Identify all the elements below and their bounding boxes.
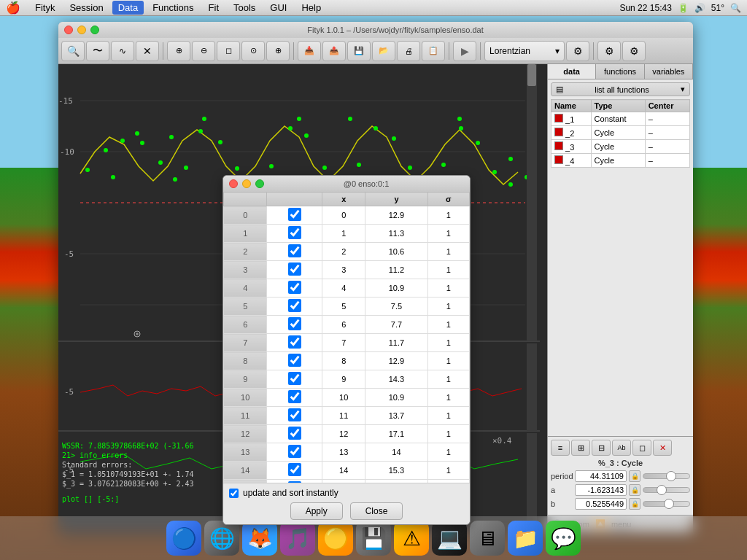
dock-finder2[interactable]: 📁 xyxy=(508,521,543,556)
param-btn-menu[interactable]: ≡ xyxy=(551,440,570,456)
dock-messages[interactable]: 💬 xyxy=(546,521,581,556)
menu-tools[interactable]: Tools xyxy=(228,1,261,15)
param-slider-b[interactable] xyxy=(643,501,690,507)
wave-btn[interactable]: 〜 xyxy=(86,41,109,61)
row-enabled-checkbox[interactable] xyxy=(288,372,301,385)
zoom-y-btn[interactable]: ⊕ xyxy=(266,41,290,61)
param-value-b[interactable] xyxy=(575,498,627,510)
dialog-close-btn[interactable] xyxy=(229,179,238,188)
curve-btn[interactable]: ∿ xyxy=(111,41,134,61)
param-slider-period[interactable] xyxy=(643,473,690,479)
script-btn[interactable]: 📋 xyxy=(422,41,445,61)
param-btn-remove[interactable]: ⊟ xyxy=(592,440,611,456)
param-btn-add[interactable]: ⊞ xyxy=(571,440,590,456)
row-checkbox-cell[interactable] xyxy=(267,352,322,370)
param-value-a[interactable] xyxy=(575,484,627,496)
row-checkbox-cell[interactable] xyxy=(267,462,322,480)
param-lock-a[interactable]: 🔒 xyxy=(629,484,640,496)
row-enabled-checkbox[interactable] xyxy=(288,390,301,403)
zoom-out-btn[interactable]: ⊖ xyxy=(192,41,215,61)
row-enabled-checkbox[interactable] xyxy=(288,354,301,367)
row-checkbox-cell[interactable] xyxy=(267,298,322,316)
zoom-fit-btn[interactable]: 🔍 xyxy=(61,41,85,61)
menu-fityk[interactable]: Fityk xyxy=(29,1,61,15)
data-table-wrapper[interactable]: x y σ 0 0 12.9 1 1 1 11.3 1 xyxy=(223,192,470,483)
row-checkbox-cell[interactable] xyxy=(267,389,322,407)
dock-itunes[interactable]: 🎵 xyxy=(280,521,315,556)
row-checkbox-cell[interactable] xyxy=(267,370,322,389)
fn-table-row[interactable]: _1 Constant – xyxy=(551,112,690,126)
param-lock-b[interactable]: 🔒 xyxy=(629,498,640,510)
param-value-period[interactable] xyxy=(575,470,627,482)
dock-safari[interactable]: 🦊 xyxy=(242,521,277,556)
tab-data[interactable]: data xyxy=(548,64,596,79)
dock-finder[interactable]: 🔵 xyxy=(166,521,201,556)
menu-gui[interactable]: GUI xyxy=(264,1,293,15)
update-sort-checkbox[interactable] xyxy=(229,489,239,498)
row-enabled-checkbox[interactable] xyxy=(288,463,301,476)
row-enabled-checkbox[interactable] xyxy=(288,299,301,312)
zoom-in-btn[interactable]: ⊕ xyxy=(167,41,190,61)
dock-system-prefs[interactable]: 🖥 xyxy=(470,521,505,556)
cross-btn[interactable]: ✕ xyxy=(136,41,159,61)
row-checkbox-cell[interactable] xyxy=(267,407,322,425)
row-checkbox-cell[interactable] xyxy=(267,316,322,334)
fit-options-btn[interactable]: ⚙ xyxy=(622,41,646,61)
row-checkbox-cell[interactable] xyxy=(267,334,322,352)
param-btn-close[interactable]: ✕ xyxy=(653,440,672,456)
magnifier-icon[interactable]: 🔍 xyxy=(730,3,741,13)
run-btn[interactable]: ▶ xyxy=(453,41,476,61)
row-checkbox-cell[interactable] xyxy=(267,425,322,443)
row-enabled-checkbox[interactable] xyxy=(288,445,301,458)
dock-launchpad[interactable]: 🌐 xyxy=(204,521,239,556)
row-enabled-checkbox[interactable] xyxy=(288,226,301,239)
export-btn[interactable]: 📤 xyxy=(322,41,346,61)
menu-functions[interactable]: Functions xyxy=(147,1,199,15)
dock-vlc[interactable]: 🟡 xyxy=(318,521,353,556)
list-header[interactable]: ▤ list all functions ▾ xyxy=(551,82,690,96)
row-checkbox-cell[interactable] xyxy=(267,279,322,298)
row-enabled-checkbox[interactable] xyxy=(288,281,301,294)
row-checkbox-cell[interactable] xyxy=(267,443,322,462)
save-btn[interactable]: 💾 xyxy=(347,41,371,61)
tab-variables[interactable]: variables xyxy=(645,64,693,79)
param-slider-a[interactable] xyxy=(643,487,690,493)
fit-btn[interactable]: ⚙ xyxy=(597,41,621,61)
param-btn-text[interactable]: Ab xyxy=(612,440,631,456)
row-checkbox-cell[interactable] xyxy=(267,243,322,261)
menu-data[interactable]: Data xyxy=(112,1,144,15)
fn-table-row[interactable]: _2 Cycle – xyxy=(551,126,690,140)
open-btn[interactable]: 📂 xyxy=(372,41,395,61)
function-type-dropdown[interactable]: Lorentzian ▾ xyxy=(484,41,565,61)
row-enabled-checkbox[interactable] xyxy=(288,244,301,257)
dialog-max-btn[interactable] xyxy=(255,179,264,188)
menu-help[interactable]: Help xyxy=(295,1,327,15)
fn-settings-btn[interactable]: ⚙ xyxy=(566,41,589,61)
dialog-min-btn[interactable] xyxy=(242,179,251,188)
row-enabled-checkbox[interactable] xyxy=(288,335,301,349)
minimize-button[interactable] xyxy=(77,26,86,34)
row-checkbox-cell[interactable] xyxy=(267,225,322,243)
param-btn-box[interactable]: ◻ xyxy=(632,440,651,456)
param-lock-period[interactable]: 🔒 xyxy=(629,470,640,482)
close-button[interactable]: Close xyxy=(350,502,403,520)
tab-functions[interactable]: functions xyxy=(596,64,644,79)
zoom-x-btn[interactable]: ⊙ xyxy=(241,41,265,61)
row-enabled-checkbox[interactable] xyxy=(288,427,301,440)
dock-disk[interactable]: 💾 xyxy=(356,521,391,556)
menu-fit[interactable]: Fit xyxy=(203,1,225,15)
import-btn[interactable]: 📥 xyxy=(298,41,321,61)
apple-menu[interactable]: 🍎 xyxy=(6,1,20,15)
row-checkbox-cell[interactable] xyxy=(267,206,322,225)
fn-table-row[interactable]: _3 Cycle – xyxy=(551,140,690,154)
close-button[interactable] xyxy=(64,26,73,34)
dock-console[interactable]: 💻 xyxy=(432,521,467,556)
print-btn[interactable]: 🖨 xyxy=(397,41,420,61)
apply-button[interactable]: Apply xyxy=(290,502,343,520)
row-enabled-checkbox[interactable] xyxy=(288,317,301,330)
dock-warning[interactable]: ⚠ xyxy=(394,521,429,556)
menu-session[interactable]: Session xyxy=(63,1,109,15)
fn-table-row[interactable]: _4 Cycle – xyxy=(551,154,690,168)
maximize-button[interactable] xyxy=(90,26,99,34)
row-enabled-checkbox[interactable] xyxy=(288,408,301,421)
